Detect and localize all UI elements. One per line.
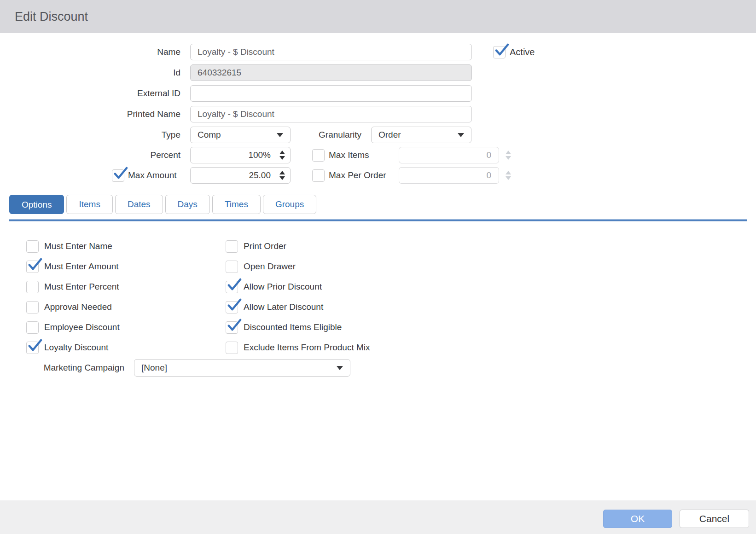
printed-name-field-label: Printed Name	[42, 106, 180, 122]
percent-field	[190, 147, 291, 163]
spinner-up-icon	[506, 151, 511, 154]
spinner-down-icon	[506, 156, 511, 160]
dropdown-arrow-icon	[337, 366, 343, 370]
max-per-order-spinner	[506, 171, 511, 180]
max-amount-input[interactable]	[190, 167, 291, 184]
option-checkbox[interactable]	[226, 261, 238, 273]
ok-button[interactable]: OK	[603, 510, 672, 528]
name-field-label: Name	[42, 44, 180, 60]
tab-days[interactable]: Days	[165, 195, 210, 214]
option-label[interactable]: Exclude Items From Product Mix	[244, 342, 370, 353]
option-row: Print Order	[226, 236, 370, 256]
spinner-up-icon[interactable]	[279, 171, 285, 174]
check-icon	[27, 338, 42, 354]
option-row: Must Enter Percent	[26, 277, 120, 297]
id-field-label: Id	[42, 64, 180, 81]
dropdown-arrow-icon	[277, 133, 283, 137]
spinner-up-icon[interactable]	[279, 151, 285, 154]
percent-field-label: Percent	[42, 147, 180, 163]
option-label[interactable]: Allow Later Discount	[244, 302, 323, 312]
printed-name-input[interactable]	[190, 106, 472, 122]
title-bar: Edit Discount	[0, 0, 756, 33]
option-label[interactable]: Must Enter Percent	[44, 282, 119, 292]
percent-input[interactable]	[190, 147, 291, 163]
type-field-label: Type	[42, 127, 180, 143]
type-dropdown[interactable]: Comp	[190, 127, 291, 143]
granularity-dropdown-value: Order	[378, 127, 401, 143]
percent-spinner[interactable]	[279, 151, 285, 160]
max-per-order-checkbox[interactable]	[312, 169, 325, 182]
options-left-column: Must Enter NameMust Enter AmountMust Ent…	[26, 236, 120, 358]
name-input[interactable]	[190, 44, 472, 60]
tab-groups[interactable]: Groups	[263, 195, 316, 214]
check-icon	[227, 278, 242, 293]
option-label[interactable]: Open Drawer	[244, 261, 296, 272]
option-checkbox[interactable]	[226, 240, 238, 253]
option-checkbox[interactable]	[26, 321, 39, 334]
option-label[interactable]: Print Order	[244, 241, 286, 251]
option-checkbox[interactable]	[226, 342, 238, 354]
option-checkbox[interactable]	[226, 301, 238, 313]
max-per-order-field	[399, 167, 499, 184]
marketing-campaign-dropdown[interactable]: [None]	[134, 359, 350, 377]
tab-options[interactable]: Options	[9, 195, 64, 214]
option-label[interactable]: Must Enter Amount	[44, 261, 119, 272]
tab-items[interactable]: Items	[66, 195, 112, 214]
cancel-button[interactable]: Cancel	[680, 510, 749, 528]
option-row: Must Enter Amount	[26, 256, 120, 277]
spinner-down-icon[interactable]	[279, 156, 285, 160]
external-id-field-label: External ID	[42, 85, 180, 102]
max-amount-spinner[interactable]	[279, 171, 285, 180]
check-icon	[27, 257, 42, 273]
tab-times[interactable]: Times	[212, 195, 261, 214]
dropdown-arrow-icon	[458, 133, 464, 137]
active-label[interactable]: Active	[510, 44, 535, 60]
type-dropdown-value: Comp	[198, 127, 221, 143]
max-items-spinner	[506, 151, 511, 160]
marketing-campaign-value: [None]	[141, 360, 167, 376]
max-items-checkbox[interactable]	[312, 149, 325, 162]
option-label[interactable]: Approval Needed	[44, 302, 112, 312]
spinner-down-icon[interactable]	[279, 176, 285, 180]
page-title: Edit Discount	[15, 0, 88, 33]
option-checkbox[interactable]	[26, 301, 39, 313]
granularity-dropdown[interactable]: Order	[371, 127, 471, 143]
check-icon	[494, 43, 509, 58]
check-icon	[227, 298, 242, 313]
tab-bar: OptionsItemsDatesDaysTimesGroups	[9, 195, 316, 214]
option-row: Exclude Items From Product Mix	[226, 337, 370, 358]
action-bar: OK Cancel	[0, 500, 756, 534]
option-label[interactable]: Loyalty Discount	[44, 342, 108, 353]
max-items-input	[399, 147, 499, 163]
option-checkbox[interactable]	[26, 342, 39, 354]
check-icon	[227, 318, 242, 333]
max-per-order-label[interactable]: Max Per Order	[329, 167, 386, 184]
option-checkbox[interactable]	[226, 281, 238, 293]
external-id-input[interactable]	[190, 85, 472, 102]
option-label[interactable]: Discounted Items Eligible	[244, 322, 342, 332]
max-items-label[interactable]: Max Items	[329, 147, 369, 163]
option-label[interactable]: Allow Prior Discount	[244, 282, 322, 292]
check-icon	[113, 166, 128, 181]
option-row: Approval Needed	[26, 297, 120, 317]
max-amount-label[interactable]: Max Amount	[128, 167, 177, 184]
id-input	[190, 64, 472, 81]
max-items-field	[399, 147, 499, 163]
option-row: Allow Later Discount	[226, 297, 370, 317]
max-per-order-input	[399, 167, 499, 184]
option-row: Allow Prior Discount	[226, 277, 370, 297]
options-right-column: Print OrderOpen DrawerAllow Prior Discou…	[226, 236, 370, 358]
spinner-down-icon	[506, 176, 511, 180]
tab-dates[interactable]: Dates	[115, 195, 163, 214]
option-label[interactable]: Must Enter Name	[44, 241, 112, 251]
option-checkbox[interactable]	[26, 261, 39, 273]
max-amount-checkbox[interactable]	[112, 169, 124, 182]
option-checkbox[interactable]	[226, 321, 238, 334]
option-row: Discounted Items Eligible	[226, 317, 370, 337]
option-checkbox[interactable]	[26, 240, 39, 253]
option-checkbox[interactable]	[26, 281, 39, 293]
option-label[interactable]: Employee Discount	[44, 322, 120, 332]
option-row: Loyalty Discount	[26, 337, 120, 358]
option-row: Open Drawer	[226, 256, 370, 277]
active-checkbox[interactable]	[493, 46, 506, 58]
